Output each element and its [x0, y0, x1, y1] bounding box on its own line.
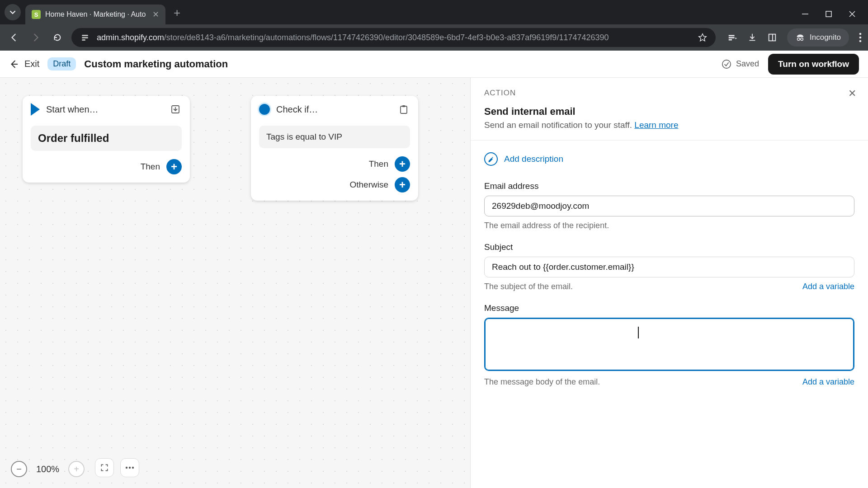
start-node-body: Order fulfilled — [31, 126, 182, 151]
svg-rect-6 — [82, 39, 85, 41]
condition-node[interactable]: Check if… Tags is equal to VIP Then + Ot… — [251, 96, 418, 201]
condition-dot-icon — [259, 104, 270, 115]
maximize-icon[interactable] — [825, 10, 833, 18]
close-tab-icon[interactable]: ✕ — [152, 9, 159, 19]
subject-help-text: The subject of the email. — [484, 282, 573, 291]
incognito-icon — [795, 33, 805, 42]
browser-toolbar: admin.shopify.com/store/de8143-a6/market… — [0, 24, 868, 51]
subject-label: Subject — [484, 242, 854, 252]
start-node[interactable]: Start when… Order fulfilled Then + — [23, 96, 190, 183]
forward-icon[interactable] — [28, 30, 43, 45]
svg-point-16 — [859, 37, 862, 39]
close-panel-button[interactable]: ✕ — [848, 88, 856, 99]
reader-icon[interactable] — [767, 33, 777, 42]
page-title: Custom marketing automation — [84, 58, 228, 70]
close-window-icon[interactable] — [848, 10, 856, 18]
subject-input[interactable] — [484, 257, 854, 277]
panel-title: Send internal email — [484, 106, 854, 117]
browser-tab[interactable]: S Home Haven · Marketing · Auto ✕ — [25, 5, 165, 24]
url-bar[interactable]: admin.shopify.com/store/de8143-a6/market… — [71, 28, 716, 47]
check-circle-icon — [722, 59, 731, 69]
svg-rect-9 — [729, 39, 732, 41]
message-textarea[interactable] — [484, 318, 854, 371]
canvas-tools — [95, 458, 139, 477]
window-controls — [801, 10, 868, 24]
svg-rect-8 — [729, 37, 735, 38]
kebab-menu-icon[interactable] — [859, 33, 862, 42]
svg-rect-4 — [82, 35, 88, 36]
app-header: Exit Draft Custom marketing automation S… — [0, 51, 868, 78]
back-icon[interactable] — [6, 30, 22, 45]
start-node-title: Start when… — [46, 104, 99, 115]
email-field: Email address The email address of the r… — [484, 181, 854, 230]
svg-rect-7 — [729, 35, 735, 37]
minimize-icon[interactable] — [801, 10, 809, 18]
main-split: Start when… Order fulfilled Then + Check… — [0, 78, 868, 488]
then-branch: Then + — [259, 156, 410, 172]
email-input[interactable] — [484, 196, 854, 216]
svg-rect-21 — [402, 105, 405, 107]
zoom-out-button[interactable]: − — [11, 461, 27, 477]
add-step-button[interactable]: + — [395, 177, 410, 192]
bookmark-star-icon[interactable] — [698, 33, 708, 42]
then-branch: Then + — [31, 159, 182, 174]
svg-point-22 — [126, 467, 127, 469]
add-variable-link[interactable]: Add a variable — [802, 282, 854, 291]
status-badge: Draft — [47, 57, 76, 70]
message-label: Message — [484, 303, 854, 313]
clipboard-icon[interactable] — [397, 103, 410, 116]
tab-title: Home Haven · Marketing · Auto — [45, 10, 148, 19]
panel-subtitle: Send an email notification to your staff… — [484, 120, 854, 130]
fit-to-screen-button[interactable] — [95, 458, 114, 477]
add-description-button[interactable]: Add description — [484, 150, 854, 169]
svg-point-15 — [859, 33, 862, 35]
divider — [471, 140, 868, 141]
subject-field: Subject The subject of the email. Add a … — [484, 242, 854, 291]
learn-more-link[interactable]: Learn more — [634, 120, 678, 130]
exit-arrow-icon — [9, 59, 19, 69]
action-panel: ACTION ✕ Send internal email Send an ema… — [470, 78, 868, 488]
zoom-level: 100% — [33, 464, 62, 474]
exit-button[interactable]: Exit — [9, 59, 39, 69]
media-icon[interactable] — [727, 33, 737, 42]
otherwise-branch: Otherwise + — [259, 177, 410, 192]
svg-point-13 — [801, 38, 803, 41]
message-field: Message The message body of the email. A… — [484, 303, 854, 387]
svg-point-23 — [129, 467, 131, 469]
browser-tab-strip: S Home Haven · Marketing · Auto ✕ + — [0, 0, 868, 24]
message-help-text: The message body of the email. — [484, 377, 600, 387]
import-icon[interactable] — [169, 103, 182, 116]
svg-point-18 — [722, 60, 731, 68]
zoom-controls: − 100% + — [11, 461, 85, 477]
email-label: Email address — [484, 181, 854, 191]
turn-on-workflow-button[interactable]: Turn on workflow — [768, 54, 859, 75]
zoom-in-button[interactable]: + — [68, 461, 85, 477]
add-step-button[interactable]: + — [166, 159, 182, 174]
svg-point-17 — [859, 40, 862, 42]
svg-rect-1 — [826, 11, 831, 17]
panel-kicker: ACTION — [484, 89, 854, 98]
saved-indicator: Saved — [722, 59, 759, 69]
shopify-favicon: S — [32, 10, 41, 19]
add-step-button[interactable]: + — [395, 156, 410, 172]
condition-node-body: Tags is equal to VIP — [259, 126, 410, 148]
workflow-canvas[interactable]: Start when… Order fulfilled Then + Check… — [0, 78, 470, 488]
downloads-icon[interactable] — [747, 33, 757, 42]
description-icon — [484, 152, 498, 166]
exit-label: Exit — [24, 59, 39, 69]
site-settings-icon[interactable] — [80, 32, 90, 43]
toolbar-right: Incognito — [727, 28, 862, 47]
url-text: admin.shopify.com/store/de8143-a6/market… — [97, 33, 691, 42]
tab-search-button[interactable] — [5, 4, 21, 20]
email-help-text: The email address of the recipient. — [484, 221, 609, 230]
incognito-badge[interactable]: Incognito — [787, 28, 849, 47]
svg-point-24 — [132, 467, 134, 469]
svg-rect-5 — [82, 37, 88, 38]
incognito-label: Incognito — [810, 33, 841, 42]
add-variable-link[interactable]: Add a variable — [802, 377, 854, 387]
new-tab-button[interactable]: + — [165, 6, 189, 24]
reload-icon[interactable] — [50, 30, 65, 45]
svg-rect-20 — [401, 106, 407, 113]
more-canvas-button[interactable] — [120, 458, 139, 477]
condition-node-title: Check if… — [276, 104, 318, 115]
